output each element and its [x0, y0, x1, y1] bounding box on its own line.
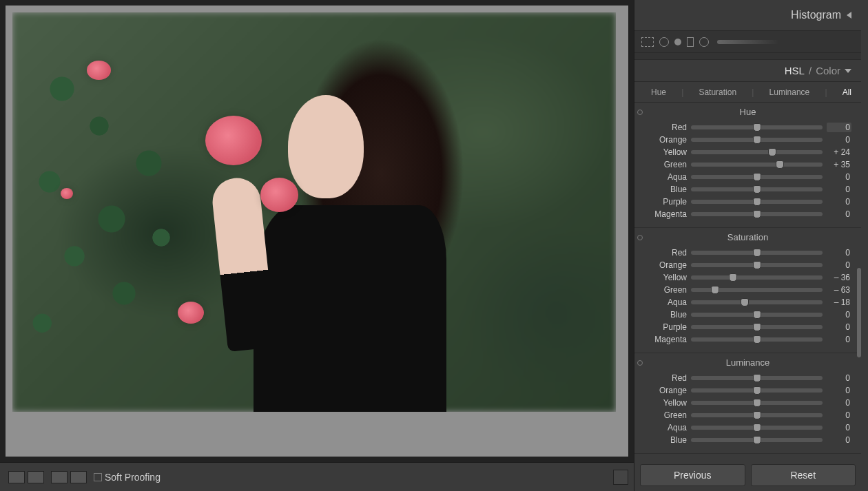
slider-track[interactable] [691, 138, 823, 142]
slider-track[interactable] [691, 163, 823, 167]
slider-track[interactable] [691, 388, 823, 393]
slider-thumb[interactable] [753, 424, 761, 432]
slider-thumb[interactable] [753, 335, 761, 344]
collapse-left-icon[interactable] [847, 12, 851, 19]
slider-hue-blue: Blue0 [644, 183, 851, 196]
slider-track[interactable] [691, 251, 823, 255]
previous-button[interactable]: Previous [640, 464, 745, 486]
section-title-hue: Hue [644, 107, 851, 117]
slider-thumb[interactable] [753, 249, 761, 257]
slider-track[interactable] [691, 275, 823, 280]
slider-thumb[interactable] [729, 273, 737, 282]
canvas-area[interactable] [6, 6, 628, 457]
slider-value[interactable]: 0 [827, 423, 851, 432]
slider-value[interactable]: + 35 [827, 160, 851, 169]
slider-value[interactable]: – 63 [827, 285, 851, 295]
gradient-tool-icon[interactable] [687, 37, 694, 47]
slider-track[interactable] [691, 150, 823, 154]
slider-thumb[interactable] [753, 210, 761, 218]
tab-hue[interactable]: Hue [651, 87, 666, 97]
slider-track[interactable] [691, 313, 823, 317]
hsl-panel-header[interactable]: HSL / Color [634, 60, 861, 82]
slider-track[interactable] [691, 175, 823, 179]
right-edge-handle[interactable] [861, 0, 868, 491]
slider-value[interactable]: – 18 [827, 297, 851, 307]
slider-thumb[interactable] [753, 323, 761, 331]
slider-thumb[interactable] [753, 136, 761, 144]
slider-value[interactable]: 0 [827, 398, 851, 408]
radial-tool-icon[interactable] [699, 37, 709, 47]
slider-value[interactable]: + 24 [827, 147, 851, 157]
slider-value[interactable]: 0 [827, 248, 851, 258]
slider-value[interactable]: 0 [827, 335, 851, 344]
slider-thumb[interactable] [711, 286, 719, 294]
slider-value[interactable]: 0 [827, 185, 851, 194]
slider-value[interactable]: 0 [827, 260, 851, 270]
slider-label: Aqua [644, 423, 687, 432]
slider-thumb[interactable] [753, 386, 761, 395]
slider-track[interactable] [691, 212, 823, 216]
section-toggle-icon[interactable] [637, 235, 643, 240]
slider-track[interactable] [691, 300, 823, 304]
slider-thumb[interactable] [753, 185, 761, 194]
view-before-after-icon[interactable] [51, 471, 68, 483]
slider-track[interactable] [691, 263, 823, 267]
slider-track[interactable] [691, 401, 823, 405]
slider-thumb[interactable] [776, 160, 784, 169]
slider-thumb[interactable] [741, 298, 749, 306]
slider-thumb[interactable] [753, 399, 761, 407]
crop-tool-icon[interactable] [641, 37, 654, 47]
slider-value[interactable]: 0 [827, 373, 851, 383]
reset-button[interactable]: Reset [751, 464, 856, 486]
slider-value[interactable]: 0 [827, 209, 851, 219]
slider-thumb[interactable] [753, 261, 761, 269]
slider-label: Magenta [644, 335, 687, 344]
slider-value[interactable]: 0 [827, 197, 851, 207]
slider-track[interactable] [691, 187, 823, 191]
chevron-down-icon[interactable] [845, 69, 851, 73]
histogram-title: Histogram [791, 9, 841, 21]
scrollbar-thumb[interactable] [857, 268, 861, 357]
redeye-tool-icon[interactable] [674, 39, 681, 45]
slider-track[interactable] [691, 438, 823, 442]
tab-luminance[interactable]: Luminance [769, 87, 810, 97]
view-loupe-icon[interactable] [8, 471, 25, 483]
section-toggle-icon[interactable] [637, 109, 643, 115]
slider-thumb[interactable] [753, 198, 761, 206]
slider-value[interactable]: 0 [827, 310, 851, 320]
slider-track[interactable] [691, 413, 823, 417]
slider-value[interactable]: 0 [827, 135, 851, 145]
tab-all[interactable]: All [843, 87, 851, 97]
tab-saturation[interactable]: Saturation [699, 87, 736, 97]
slider-track[interactable] [691, 288, 823, 292]
slider-thumb[interactable] [753, 436, 761, 444]
slider-value[interactable]: 0 [827, 172, 851, 182]
slider-value[interactable]: 0 [827, 123, 851, 132]
view-ba-split-icon[interactable] [70, 471, 87, 483]
slider-thumb[interactable] [753, 374, 761, 382]
slider-thumb[interactable] [768, 148, 776, 156]
slider-thumb[interactable] [753, 411, 761, 419]
view-compare-icon[interactable] [28, 471, 44, 483]
slider-value[interactable]: 0 [827, 435, 851, 445]
slider-value[interactable]: 0 [827, 386, 851, 395]
slider-value[interactable]: – 36 [827, 273, 851, 282]
slider-thumb[interactable] [753, 123, 761, 132]
slider-track[interactable] [691, 376, 823, 380]
slider-track[interactable] [691, 125, 823, 129]
slider-value[interactable]: 0 [827, 410, 851, 420]
slider-track[interactable] [691, 426, 823, 430]
spot-tool-icon[interactable] [659, 37, 669, 47]
toolbar-dropdown[interactable] [613, 470, 628, 485]
slider-track[interactable] [691, 325, 823, 329]
slider-track[interactable] [691, 337, 823, 342]
soft-proofing-checkbox[interactable] [94, 473, 102, 481]
hsl-title-hsl: HSL [785, 65, 805, 76]
slider-thumb[interactable] [753, 173, 761, 181]
slider-value[interactable]: 0 [827, 322, 851, 332]
slider-track[interactable] [691, 200, 823, 204]
section-toggle-icon[interactable] [637, 360, 643, 366]
slider-thumb[interactable] [753, 311, 761, 319]
brush-size-slider[interactable] [717, 40, 779, 44]
histogram-panel-header[interactable]: Histogram [634, 0, 861, 31]
